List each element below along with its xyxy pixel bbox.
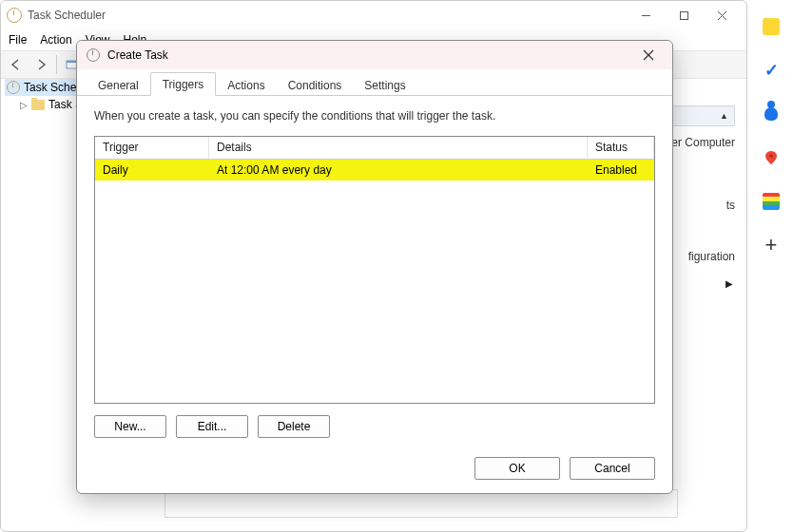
menu-action[interactable]: Action <box>40 33 71 47</box>
addon-icon[interactable] <box>762 192 781 211</box>
maximize-button[interactable] <box>665 2 703 28</box>
tab-settings[interactable]: Settings <box>353 74 416 96</box>
add-button[interactable]: + <box>762 236 781 255</box>
tab-strip: General Triggers Actions Conditions Sett… <box>77 69 672 96</box>
new-button[interactable]: New... <box>94 415 166 438</box>
clock-icon <box>87 48 100 62</box>
menu-file[interactable]: File <box>9 33 27 47</box>
back-button[interactable] <box>5 53 28 76</box>
create-task-dialog: Create Task General Triggers Actions Con… <box>76 40 673 494</box>
tab-conditions[interactable]: Conditions <box>277 74 354 96</box>
maps-icon[interactable] <box>762 148 781 167</box>
grid-header: Trigger Details Status <box>95 137 654 160</box>
arrow-right-icon: ▶ <box>725 278 733 289</box>
tab-description: When you create a task, you can specify … <box>94 109 655 123</box>
cell-status: Enabled <box>588 163 654 177</box>
dialog-title-bar: Create Task <box>77 41 672 69</box>
col-header-details[interactable]: Details <box>209 137 588 159</box>
minimize-button[interactable] <box>627 2 665 28</box>
tab-general[interactable]: General <box>87 74 150 96</box>
triangle-up-icon: ▲ <box>720 111 728 121</box>
grid-row[interactable]: Daily At 12:00 AM every day Enabled <box>95 160 654 180</box>
window-title: Task Scheduler <box>28 9 106 22</box>
tasks-icon[interactable]: ✓ <box>762 61 781 80</box>
app-sidebar: ✓ + <box>753 10 789 255</box>
dialog-title: Create Task <box>107 48 168 62</box>
col-header-status[interactable]: Status <box>588 137 654 159</box>
contacts-icon[interactable] <box>762 104 781 124</box>
delete-button[interactable]: Delete <box>258 415 330 438</box>
cell-details: At 12:00 AM every day <box>209 163 588 177</box>
tab-actions[interactable]: Actions <box>216 74 276 96</box>
forward-button[interactable] <box>29 53 52 76</box>
keep-icon[interactable] <box>762 17 781 36</box>
svg-rect-1 <box>680 11 687 19</box>
dialog-footer: OK Cancel <box>77 447 672 493</box>
folder-icon <box>31 100 45 110</box>
col-header-trigger[interactable]: Trigger <box>95 137 209 159</box>
dialog-body: When you create a task, you can specify … <box>77 96 672 447</box>
plus-icon: + <box>765 233 778 257</box>
cell-trigger: Daily <box>95 163 209 177</box>
chevron-right-icon: ▷ <box>20 100 28 110</box>
ok-button[interactable]: OK <box>474 457 560 480</box>
clock-icon <box>7 8 22 23</box>
svg-point-10 <box>769 154 772 157</box>
grid-buttons: New... Edit... Delete <box>94 404 655 438</box>
cancel-button[interactable]: Cancel <box>570 457 655 480</box>
title-bar: Task Scheduler <box>1 1 746 29</box>
close-button[interactable] <box>703 2 741 28</box>
tab-triggers[interactable]: Triggers <box>150 72 217 96</box>
clock-icon <box>7 81 20 94</box>
edit-button[interactable]: Edit... <box>176 415 248 438</box>
triggers-grid[interactable]: Trigger Details Status Daily At 12:00 AM… <box>94 136 655 404</box>
dialog-close-button[interactable] <box>634 44 663 66</box>
